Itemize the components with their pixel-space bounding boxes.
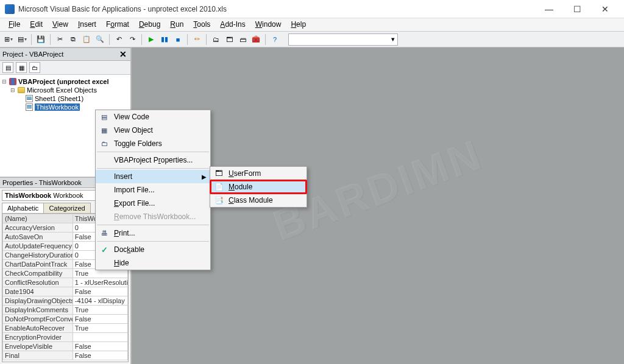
tab-categorized[interactable]: Categorized <box>43 203 90 213</box>
insert-userform-button[interactable]: ▤ <box>16 33 28 46</box>
tree-excel-objects[interactable]: ⊟ Microsoft Excel Objects <box>1 86 129 94</box>
property-value[interactable]: True <box>73 324 127 333</box>
menu-edit[interactable]: Edit <box>25 18 48 31</box>
ctx-dockable[interactable]: ✓Dockable <box>96 243 210 256</box>
tree-thisworkbook-label: ThisWorkbook <box>35 103 80 111</box>
submenu-class-module[interactable]: 📑Class Module <box>210 194 307 207</box>
submenu-module[interactable]: 📄Module <box>210 180 307 194</box>
design-mode-button[interactable]: ✏ <box>191 33 203 46</box>
property-name: ChartDataPointTrack <box>3 260 73 269</box>
menu-view[interactable]: View <box>48 18 73 31</box>
property-name: EnvelopeVisible <box>3 342 73 351</box>
twist-icon[interactable]: ⊟ <box>10 87 16 93</box>
procedure-combo[interactable]: ▾ <box>288 33 398 46</box>
check-icon: ✓ <box>98 244 110 255</box>
menu-format[interactable]: Format <box>101 18 134 31</box>
property-name: ChangeHistoryDuration <box>3 251 73 260</box>
property-row[interactable]: Date1904False <box>3 287 128 296</box>
tree-sheet1[interactable]: Sheet1 (Sheet1) <box>1 94 129 103</box>
tree-root[interactable]: ⊟ VBAProject (unprotect excel <box>1 77 129 86</box>
property-value[interactable]: True <box>73 306 127 315</box>
property-name: ConflictResolution <box>3 278 73 287</box>
property-value[interactable]: False <box>73 315 127 324</box>
property-value[interactable]: False <box>73 287 127 296</box>
property-row[interactable]: EnvelopeVisibleFalse <box>3 342 128 351</box>
ctx-project-properties[interactable]: VBAProject Properties... <box>96 153 210 167</box>
ctx-hide[interactable]: Hide <box>96 256 210 270</box>
property-name: AccuracyVersion <box>3 223 73 233</box>
properties-object-name: ThisWorkbook <box>5 192 51 199</box>
copy-button[interactable]: ⧉ <box>67 33 79 46</box>
worksheet-icon <box>26 95 33 102</box>
object-browser-button[interactable]: 🗃 <box>236 33 249 46</box>
twist-icon[interactable]: ⊟ <box>1 79 7 85</box>
save-button[interactable]: 💾 <box>35 33 47 46</box>
property-name: DisplayInkComments <box>3 306 73 315</box>
close-button[interactable]: ✕ <box>591 0 619 18</box>
reset-button[interactable]: ■ <box>172 33 184 46</box>
view-code-icon[interactable]: ▤ <box>2 62 13 73</box>
toggle-folders-icon[interactable]: 🗀 <box>29 62 40 73</box>
property-row[interactable]: ConflictResolution1 - xlUserResolution <box>3 278 128 287</box>
menu-addins[interactable]: Add-Ins <box>215 18 250 31</box>
property-row[interactable]: FinalFalse <box>3 351 128 360</box>
ctx-view-object[interactable]: ▦View Object <box>96 124 210 137</box>
project-panel-close-icon[interactable]: ✕ <box>118 49 128 59</box>
project-panel-toolbar: ▤ ▦ 🗀 <box>0 61 130 75</box>
module-icon: 📄 <box>213 181 225 192</box>
menu-debug[interactable]: Debug <box>134 18 165 31</box>
submenu-userform[interactable]: 🗔UserForm <box>210 167 307 180</box>
userform-icon: 🗔 <box>213 168 225 179</box>
maximize-button[interactable]: ☐ <box>563 0 591 18</box>
menu-tools[interactable]: Tools <box>188 18 215 31</box>
ctx-print[interactable]: 🖶Print... <box>96 226 210 240</box>
properties-window-button[interactable]: 🗔 <box>223 33 235 46</box>
property-row[interactable]: EnableAutoRecoverTrue <box>3 324 128 333</box>
menu-file[interactable]: File <box>4 18 25 31</box>
ctx-export-file[interactable]: Export File... <box>96 197 210 210</box>
view-microsoft-excel-button[interactable]: ⊞ <box>2 33 15 46</box>
folder-icon <box>18 87 25 93</box>
break-button[interactable]: ▮▮ <box>158 33 171 46</box>
property-row[interactable]: EncryptionProvider <box>3 333 128 342</box>
property-value[interactable]: 1 - xlUserResolution <box>73 278 127 287</box>
context-menu: ▤View Code ▦View Object 🗀Toggle Folders … <box>95 110 211 270</box>
property-row[interactable]: DisplayDrawingObjects-4104 - xlDisplay <box>3 296 128 306</box>
menu-insert[interactable]: Insert <box>73 18 101 31</box>
property-name: DoNotPromptForConvert <box>3 315 73 324</box>
run-button[interactable]: ▶ <box>145 33 157 46</box>
tab-alphabetic[interactable]: Alphabetic <box>2 203 44 213</box>
property-row[interactable]: DoNotPromptForConvertFalse <box>3 315 128 324</box>
property-row[interactable]: DisplayInkCommentsTrue <box>3 306 128 315</box>
help-button[interactable]: ? <box>269 33 281 46</box>
project-panel-title-text: Project - VBAProject <box>2 51 63 58</box>
vbaproject-icon <box>9 78 16 85</box>
cut-button[interactable]: ✂ <box>54 33 66 46</box>
properties-panel-title-text: Properties - ThisWorkbook <box>2 179 82 186</box>
ctx-toggle-folders[interactable]: 🗀Toggle Folders <box>96 137 210 150</box>
view-object-icon[interactable]: ▦ <box>16 62 27 73</box>
tree-sheet1-label: Sheet1 (Sheet1) <box>35 95 83 102</box>
vba-app-icon <box>5 4 15 14</box>
redo-button[interactable]: ↷ <box>126 33 138 46</box>
menu-window[interactable]: Window <box>250 18 286 31</box>
project-explorer-button[interactable]: 🗂 <box>210 33 222 46</box>
minimize-button[interactable]: — <box>535 0 563 18</box>
ctx-import-file[interactable]: Import File... <box>96 183 210 197</box>
properties-object-type: Workbook <box>51 192 83 199</box>
menu-run[interactable]: Run <box>165 18 188 31</box>
folders-icon: 🗀 <box>98 138 110 149</box>
find-button[interactable]: 🔍 <box>94 33 106 46</box>
property-value[interactable]: False <box>73 342 127 351</box>
ctx-view-code[interactable]: ▤View Code <box>96 110 210 124</box>
property-value[interactable]: False <box>73 351 127 360</box>
toolbox-button[interactable]: 🧰 <box>250 33 262 46</box>
property-value[interactable] <box>73 333 127 342</box>
paste-button[interactable]: 📋 <box>80 33 93 46</box>
menu-help[interactable]: Help <box>286 18 311 31</box>
submenu-arrow-icon: ▶ <box>202 173 207 180</box>
ctx-insert[interactable]: Insert▶ <box>96 170 210 183</box>
property-value[interactable]: -4104 - xlDisplay <box>73 296 127 306</box>
property-name: CheckCompatibility <box>3 269 73 278</box>
undo-button[interactable]: ↶ <box>113 33 125 46</box>
